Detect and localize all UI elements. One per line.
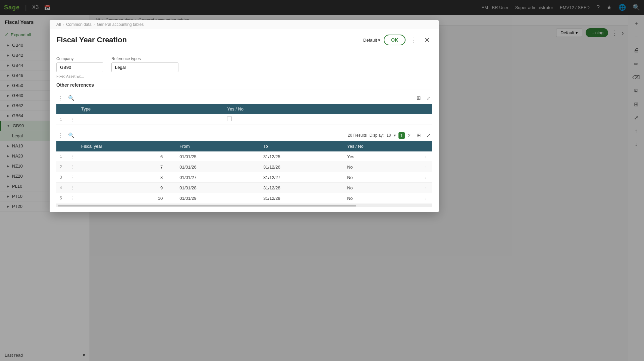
bottom-table-container: ⋮ 🔍 20 Results Display: 10 ▾ 1 2 ⊞ ⤢ <box>56 130 432 207</box>
from-cell[interactable]: 01/01/27 <box>176 172 260 183</box>
modal-close-button[interactable]: ✕ <box>422 35 432 45</box>
row-number: 2 <box>56 162 66 172</box>
top-table-layers-icon[interactable]: ⊞ <box>415 94 422 102</box>
bottom-header-fiscal-year: Fiscal year <box>78 141 176 151</box>
bottom-table-layers-icon[interactable]: ⊞ <box>415 132 422 139</box>
bottom-table-search-icon[interactable]: 🔍 <box>67 132 76 139</box>
top-table-search-icon[interactable]: 🔍 <box>67 94 76 102</box>
row-menu-icon[interactable]: ⋮ <box>66 193 78 204</box>
modal-default-selector[interactable]: Default ▾ <box>363 38 380 43</box>
modal-breadcrumb-general-accounting[interactable]: General accounting tables <box>97 22 144 27</box>
table-row: 4 ⋮ 9 01/01/28 31/12/28 No › <box>56 183 432 193</box>
row-menu-icon[interactable]: ⋮ <box>66 172 78 183</box>
horizontal-scrollbar[interactable] <box>56 204 432 207</box>
modal-menu-icon[interactable]: ⋮ <box>409 35 419 45</box>
top-table-toolbar: ⋮ 🔍 ⊞ ⤢ <box>56 93 432 103</box>
top-table-header-menu <box>66 104 78 114</box>
modal-header: Fiscal Year Creation Default ▾ OK ⋮ ✕ <box>50 29 439 51</box>
bottom-table-scroll-container: Fiscal year From To Yes / No 1 ⋮ 6 01/01… <box>56 141 432 207</box>
modal-breadcrumb: All › Common data › General accounting t… <box>50 20 439 29</box>
reference-types-field-group: Reference types <box>111 56 178 78</box>
bottom-header-from: From <box>176 141 260 151</box>
top-table-menu-icon[interactable]: ⋮ <box>56 94 64 102</box>
row-number: 4 <box>56 183 66 193</box>
modal-breadcrumb-all[interactable]: All <box>56 22 61 27</box>
row-number: 3 <box>56 172 66 183</box>
to-cell[interactable]: 31/12/25 <box>260 151 344 162</box>
top-table-toolbar-right: ⊞ ⤢ <box>415 94 432 102</box>
modal-title: Fiscal Year Creation <box>56 36 127 44</box>
bottom-header-yesno: Yes / No <box>344 141 425 151</box>
row-menu-icon[interactable]: ⋮ <box>66 183 78 193</box>
row-type[interactable] <box>78 114 224 125</box>
top-table-expand-icon[interactable]: ⤢ <box>425 94 432 102</box>
modal-breadcrumb-common-data[interactable]: Common data <box>66 22 91 27</box>
display-label: Display: <box>369 133 384 138</box>
table-row: 1 ⋮ 6 01/01/25 31/12/25 Yes › <box>56 151 432 162</box>
other-references-heading: Other references <box>56 82 432 90</box>
page-1[interactable]: 1 <box>398 132 405 139</box>
fiscal-year-cell[interactable]: 9 <box>78 183 176 193</box>
company-field-group: Company Fixed Asset Ex... <box>56 56 103 78</box>
fiscal-year-cell[interactable]: 10 <box>78 193 176 204</box>
form-row-company: Company Fixed Asset Ex... Reference type… <box>56 56 432 78</box>
from-cell[interactable]: 01/01/28 <box>176 183 260 193</box>
top-table-header-row: Type Yes / No <box>56 104 432 114</box>
row-scroll-indicator: › <box>425 172 432 183</box>
bottom-table-toolbar-left: ⋮ 🔍 <box>56 132 76 139</box>
table-row: 2 ⋮ 7 01/01/26 31/12/26 No › <box>56 162 432 172</box>
modal-breadcrumb-sep2: › <box>94 22 95 27</box>
yesno-cell[interactable]: No <box>344 193 425 204</box>
top-table-container: ⋮ 🔍 ⊞ ⤢ Type Yes / No <box>56 93 432 125</box>
row-yesno[interactable] <box>224 114 432 125</box>
yesno-cell[interactable]: No <box>344 172 425 183</box>
row-number: 1 <box>56 151 66 162</box>
to-cell[interactable]: 31/12/28 <box>260 183 344 193</box>
row-menu-icon[interactable]: ⋮ <box>66 162 78 172</box>
yesno-cell[interactable]: No <box>344 183 425 193</box>
table-row: 5 ⋮ 10 01/01/29 31/12/29 No › <box>56 193 432 204</box>
row-number: 1 <box>56 114 66 125</box>
from-cell[interactable]: 01/01/26 <box>176 162 260 172</box>
row-scroll-indicator: › <box>425 193 432 204</box>
row-checkbox[interactable] <box>227 117 232 121</box>
from-cell[interactable]: 01/01/29 <box>176 193 260 204</box>
to-cell[interactable]: 31/12/26 <box>260 162 344 172</box>
bottom-header-scroll <box>425 141 432 151</box>
row-menu-icon[interactable]: ⋮ <box>66 151 78 162</box>
reference-types-input[interactable] <box>111 62 178 72</box>
fiscal-year-cell[interactable]: 6 <box>78 151 176 162</box>
top-table-header-num <box>56 104 66 114</box>
horizontal-scrollbar-thumb <box>58 205 356 207</box>
yesno-cell[interactable]: No <box>344 162 425 172</box>
display-dropdown-icon[interactable]: ▾ <box>394 133 396 138</box>
display-count: 10 <box>386 133 391 138</box>
from-cell[interactable]: 01/01/25 <box>176 151 260 162</box>
fiscal-year-cell[interactable]: 8 <box>78 172 176 183</box>
fiscal-year-creation-modal: All › Common data › General accounting t… <box>50 20 439 212</box>
modal-body: Company Fixed Asset Ex... Reference type… <box>50 51 439 212</box>
company-input[interactable] <box>56 62 103 72</box>
row-number: 5 <box>56 193 66 204</box>
row-scroll-indicator: › <box>425 183 432 193</box>
yesno-cell[interactable]: Yes <box>344 151 425 162</box>
page-2[interactable]: 2 <box>406 132 413 139</box>
bottom-table-toolbar: ⋮ 🔍 20 Results Display: 10 ▾ 1 2 ⊞ ⤢ <box>56 130 432 140</box>
modal-ok-button[interactable]: OK <box>384 35 406 45</box>
fiscal-year-cell[interactable]: 7 <box>78 162 176 172</box>
bottom-header-to: To <box>260 141 344 151</box>
top-table-header-type: Type <box>78 104 224 114</box>
table-row: 3 ⋮ 8 01/01/27 31/12/27 No › <box>56 172 432 183</box>
bottom-header-num <box>56 141 66 151</box>
bottom-table: Fiscal year From To Yes / No 1 ⋮ 6 01/01… <box>56 141 432 204</box>
bottom-table-expand-icon[interactable]: ⤢ <box>425 132 432 139</box>
table-row: 1 ⋮ <box>56 114 432 125</box>
results-count: 20 Results <box>348 133 367 138</box>
company-label: Company <box>56 56 103 61</box>
bottom-header-menu <box>66 141 78 151</box>
to-cell[interactable]: 31/12/29 <box>260 193 344 204</box>
to-cell[interactable]: 31/12/27 <box>260 172 344 183</box>
bottom-table-menu-icon[interactable]: ⋮ <box>56 132 64 139</box>
modal-default-label: Default <box>363 38 377 43</box>
row-menu-icon[interactable]: ⋮ <box>66 114 78 125</box>
